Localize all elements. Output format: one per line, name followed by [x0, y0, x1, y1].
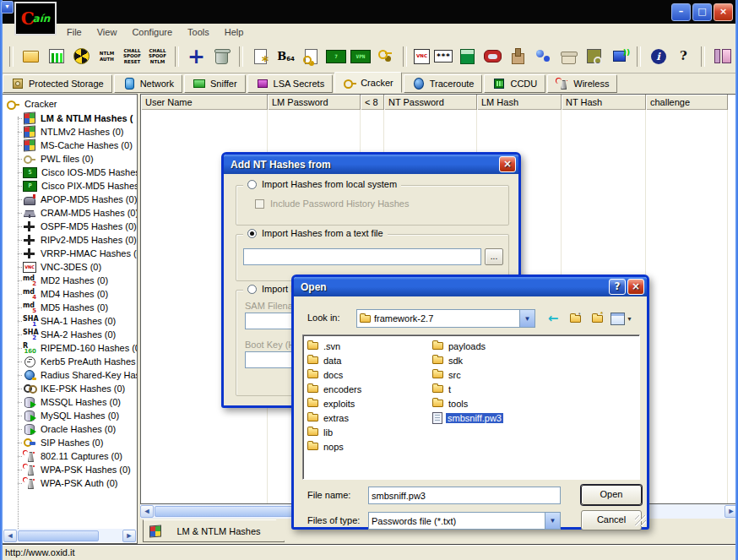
tree-item[interactable]: APOP-MD5 Hashes (0) [3, 193, 137, 206]
bottom-tab-lm-ntlm[interactable]: LM & NTLM Hashes [143, 519, 285, 542]
cisco-vpn-decoder-icon[interactable]: VPN [350, 50, 371, 63]
hash-calculator-icon[interactable] [457, 46, 478, 68]
tab-network[interactable]: Network [114, 74, 182, 93]
list-item[interactable]: payloads [431, 339, 556, 353]
list-item[interactable]: docs [306, 367, 431, 382]
tab-sniffer[interactable]: Sniffer [184, 74, 246, 93]
tree-item[interactable]: PWL files (0) [3, 152, 137, 166]
menu-item[interactable]: View [90, 25, 125, 39]
import-local-radio[interactable] [247, 180, 257, 189]
help-icon[interactable]: ? [673, 46, 694, 68]
base64-decoder-icon[interactable]: B 64 [275, 46, 296, 68]
tree-item[interactable]: MSSQL Hashes (0) [3, 395, 137, 409]
wardialer-icon[interactable] [558, 46, 579, 68]
tree-item[interactable]: RIPv2-MD5 Hashes (0) [3, 233, 137, 247]
tree-item[interactable]: WPA-PSK Auth (0) [3, 476, 137, 490]
key-file-icon[interactable] [301, 46, 322, 68]
scroll-left-arrow[interactable]: ◄ [140, 505, 154, 518]
remote-desktop-icon[interactable] [609, 46, 630, 68]
tree-item[interactable]: Oracle Hashes (0) [3, 422, 137, 436]
tree-horizontal-scrollbar[interactable]: ◄ ► [3, 529, 136, 542]
tree-item[interactable]: IKE-PSK Hashes (0) [3, 382, 137, 395]
list-item[interactable]: t [431, 382, 556, 396]
tab-wireless[interactable]: Wireless [547, 74, 617, 93]
list-item[interactable]: data [306, 353, 431, 367]
password-history-checkbox[interactable] [255, 199, 264, 209]
exit-icon[interactable] [712, 46, 733, 68]
configure-icon[interactable] [250, 46, 271, 68]
tree-item[interactable]: md 4 MD4 Hashes (0) [3, 287, 137, 301]
files-of-type-combo[interactable]: Passwords file (*.txt) ▼ [368, 512, 561, 530]
minimize-button[interactable]: – [671, 3, 691, 21]
open-icon[interactable] [20, 46, 41, 68]
chevron-down-icon[interactable]: ▼ [545, 513, 560, 529]
ntlm-auth-icon[interactable]: NTLM AUTH [96, 46, 117, 68]
up-one-level-button[interactable]: ↑ [566, 311, 584, 326]
network-enumeration-icon[interactable] [533, 46, 554, 68]
cisco-type7-decoder-icon[interactable]: 7 [326, 50, 346, 63]
tree-item[interactable]: LM & NTLM Hashes ( [3, 111, 137, 125]
import-sam-radio[interactable] [247, 285, 257, 294]
apr-poisoning-icon[interactable] [71, 46, 92, 68]
scroll-right-arrow[interactable]: ► [122, 530, 136, 542]
separator[interactable] [403, 46, 407, 67]
tree-item[interactable]: 802.11 Captures (0) [3, 449, 137, 463]
tree-item[interactable]: MySQL Hashes (0) [3, 409, 137, 422]
remove-icon[interactable] [211, 46, 232, 68]
key-search-icon[interactable] [583, 46, 605, 68]
resize-grip[interactable] [635, 515, 646, 526]
file-name-input[interactable] [368, 487, 561, 504]
list-item[interactable]: src [431, 367, 556, 382]
tab-ccdu[interactable]: CCDU [484, 74, 545, 93]
chevron-down-icon[interactable]: ▼ [519, 310, 535, 327]
chart-export-icon[interactable] [46, 46, 67, 68]
tree-item[interactable]: CRAM-MD5 Hashes (0) [3, 206, 137, 220]
tree-item[interactable]: VNC VNC-3DES (0) [3, 260, 137, 274]
tree-root-cracker[interactable]: Cracker [3, 95, 137, 111]
separator[interactable] [701, 46, 705, 67]
tree-item[interactable]: VRRP-HMAC Hashes (0 [3, 247, 137, 260]
tree-item[interactable]: OSPF-MD5 Hashes (0) [3, 220, 137, 233]
access-keys-icon[interactable] [375, 46, 396, 68]
tree-item[interactable]: MS-Cache Hashes (0) [3, 139, 137, 152]
tab-protected-storage[interactable]: Protected Storage [3, 74, 112, 93]
tab-cracker[interactable]: Cracker [334, 72, 402, 93]
tree-item[interactable]: SHA 2 SHA-2 Hashes (0) [3, 328, 137, 341]
column-header[interactable]: LM Password [268, 95, 361, 110]
column-header[interactable]: < 8 [361, 95, 384, 110]
open-button[interactable]: Open [581, 485, 642, 505]
new-folder-button[interactable]: * [588, 311, 606, 326]
list-item[interactable]: encoders [306, 382, 431, 396]
list-item[interactable]: lib [306, 425, 431, 439]
view-menu-button[interactable]: ▼ [610, 311, 633, 326]
list-item[interactable]: extras [306, 410, 431, 425]
tree-item[interactable]: P Cisco PIX-MD5 Hashes [3, 179, 137, 193]
column-header[interactable]: User Name [141, 95, 268, 110]
column-header[interactable]: NT Hash [562, 95, 646, 110]
tree-item[interactable]: WPA-PSK Hashes (0) [3, 463, 137, 476]
window-menu-button[interactable]: ▼ [1, 1, 14, 14]
close-icon[interactable]: × [499, 156, 516, 172]
list-item[interactable]: exploits [306, 396, 431, 410]
separator[interactable] [175, 46, 179, 67]
add-to-list-icon[interactable]: + [186, 46, 207, 68]
list-item[interactable]: tools [431, 396, 556, 410]
chall-spoof-reset-icon[interactable]: CHALL SPOOF RESET [122, 46, 143, 68]
help-icon[interactable]: ? [609, 279, 626, 295]
menu-item[interactable]: Configure [124, 25, 180, 39]
info-icon[interactable]: i [648, 46, 669, 68]
modem-icon[interactable] [482, 46, 503, 68]
browse-button[interactable]: ... [485, 248, 503, 265]
column-header[interactable]: LM Hash [477, 95, 562, 110]
separator[interactable] [239, 46, 243, 67]
maximize-button[interactable]: □ [692, 3, 712, 21]
vnc-decoder-icon[interactable]: VNC [414, 49, 430, 64]
tree-item[interactable]: Radius Shared-Key Has [3, 368, 137, 382]
list-item[interactable]: smbsniff.pw3 [431, 410, 556, 425]
back-button[interactable]: ← [544, 311, 562, 326]
menu-item[interactable]: Tools [180, 25, 217, 39]
menu-item[interactable]: File [59, 25, 90, 39]
syskey-decoder-icon[interactable] [507, 46, 529, 68]
import-textfile-radio[interactable] [247, 229, 257, 238]
close-icon[interactable]: × [627, 279, 644, 295]
